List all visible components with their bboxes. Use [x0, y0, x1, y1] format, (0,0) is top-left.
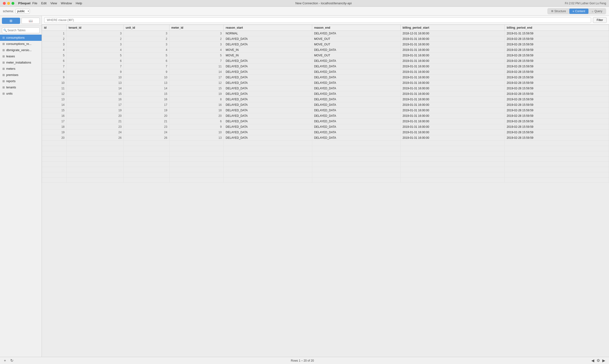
table-cell: 7	[169, 58, 223, 64]
table-cell: 19	[123, 108, 169, 113]
table-item-consumptions[interactable]: ⊞ consumptions	[0, 35, 41, 41]
table-cell: 9	[42, 75, 67, 80]
refresh-button[interactable]: ↻	[9, 358, 14, 363]
menu-file[interactable]: File	[32, 1, 37, 5]
table-row[interactable]: 15191918DELAYED_DATADELAYED_DATA2019-01-…	[42, 108, 609, 113]
empty-row	[42, 172, 609, 177]
table-row[interactable]: 1316168DELAYED_DATADELAYED_DATA2019-01-3…	[42, 97, 609, 102]
settings-icon[interactable]: ⚙	[596, 358, 600, 363]
table-row[interactable]: 12151519DELAYED_DATADELAYED_DATA2019-01-…	[42, 91, 609, 97]
table-cell: 20	[67, 113, 124, 119]
table-cell: 2019-01-31 16:00:00	[401, 80, 505, 86]
table-item-label: tenants	[6, 86, 16, 89]
table-row[interactable]: 16202020DELAYED_DATADELAYED_DATA2019-01-…	[42, 113, 609, 119]
table-cell: 14	[67, 86, 124, 91]
table-item-reports[interactable]: ⊞ reports	[0, 78, 41, 84]
toolbar: schema: public ▾ ⊞ Structure ≡ Content ⌕…	[0, 7, 609, 16]
prev-page-button[interactable]: ◀	[590, 358, 595, 363]
table-row[interactable]: 2222DELAYED_DATAMOVE_OUT2019-01-31 16:00…	[42, 36, 609, 42]
next-page-button[interactable]: ▶	[601, 358, 606, 363]
table-row[interactable]: 11141415DELAYED_DATADELAYED_DATA2019-01-…	[42, 86, 609, 91]
table-item-units[interactable]: ⊞ units	[0, 91, 41, 97]
tab-content[interactable]: ≡ Content	[569, 9, 588, 14]
table-item-label: leases	[6, 55, 15, 58]
table-item-label: units	[6, 92, 13, 95]
table-cell: 2019-01-31 16:00:00	[401, 113, 505, 119]
table-row[interactable]: 6667DELAYED_DATADELAYED_DATA2019-01-31 1…	[42, 58, 609, 64]
table-item-tenants[interactable]: ⊞ tenants	[0, 84, 41, 91]
table-item-meters[interactable]: ⊞ meters	[0, 66, 41, 72]
table-cell: 19	[169, 91, 223, 97]
add-row-button[interactable]: +	[3, 358, 7, 363]
table-cell: DELAYED_DATA	[224, 42, 312, 47]
menu-edit[interactable]: Edit	[41, 1, 46, 5]
table-row[interactable]: 9101017DELAYED_DATADELAYED_DATA2019-01-3…	[42, 75, 609, 80]
table-cell: 2019-01-31 16:00:00	[401, 58, 505, 64]
menu-help[interactable]: Help	[76, 1, 82, 5]
table-cell: 2019-02-28 15:59:59	[505, 108, 609, 113]
menu-view[interactable]: View	[50, 1, 57, 5]
table-grid-icon: ⊞	[2, 79, 5, 83]
table-item-premises[interactable]: ⊞ premises	[0, 72, 41, 78]
tab-query[interactable]: ⌕ Query	[588, 9, 606, 14]
table-cell: MOVE_IN	[224, 47, 312, 53]
table-item-consumptions-re[interactable]: ⊞ consumptions_re...	[0, 41, 41, 47]
filter-button[interactable]: Filter	[593, 17, 607, 23]
book-view-button[interactable]: 📖	[22, 18, 40, 24]
table-row[interactable]: 1823239DELAYED_DATADELAYED_DATA2019-01-3…	[42, 124, 609, 130]
table-cell: 21	[67, 119, 124, 124]
table-item-label: consumptions	[6, 36, 25, 39]
table-cell: NORMAL	[224, 31, 312, 36]
maximize-button[interactable]	[12, 2, 14, 5]
table-cell: 5	[42, 53, 67, 58]
minimize-button[interactable]	[7, 2, 10, 5]
table-cell: 24	[123, 130, 169, 135]
table-row[interactable]: 19242410DELAYED_DATADELAYED_DATA2019-01-…	[42, 130, 609, 135]
table-row[interactable]: 89914DELAYED_DATADELAYED_DATA2019-01-31 …	[42, 69, 609, 75]
close-button[interactable]	[3, 2, 6, 5]
table-row[interactable]: 20262613DELAYED_DATADELAYED_DATA2019-01-…	[42, 135, 609, 141]
tab-structure[interactable]: ⊞ Structure	[548, 9, 569, 14]
table-cell: 16	[67, 97, 124, 102]
table-item-label: meter_installations	[6, 61, 31, 64]
traffic-lights	[3, 2, 14, 5]
table-cell: 2019-02-28 15:59:59	[505, 58, 609, 64]
table-row[interactable]: 3333DELAYED_DATAMOVE_OUT2019-01-31 16:00…	[42, 42, 609, 47]
table-cell: 4	[169, 47, 223, 53]
table-cell: 17	[42, 119, 67, 124]
table-item-leases[interactable]: ⊞ leases	[0, 53, 41, 59]
table-row[interactable]: 14171716DELAYED_DATADELAYED_DATA2019-01-…	[42, 102, 609, 108]
search-input[interactable]	[2, 27, 40, 33]
menu-window[interactable]: Window	[61, 1, 72, 5]
table-item-meter-installations[interactable]: ⊞ meter_installations	[0, 59, 41, 66]
table-cell: 3	[123, 42, 169, 47]
table-cell: 9	[123, 69, 169, 75]
table-cell: 2019-01-31 16:00:00	[401, 36, 505, 42]
table-row[interactable]: 77711DELAYED_DATADELAYED_DATA2019-01-31 …	[42, 64, 609, 69]
table-cell: DELAYED_DATA	[312, 124, 401, 130]
empty-row	[42, 146, 609, 151]
table-cell: MOVE_OUT	[312, 42, 401, 47]
table-cell: 3	[169, 42, 223, 47]
table-row[interactable]: 4444MOVE_INDELAYED_DATA2019-01-31 16:00:…	[42, 47, 609, 53]
table-cell: 10	[42, 80, 67, 86]
schema-select[interactable]: public	[15, 9, 30, 14]
col-billing-period-start: billing_period_start	[401, 25, 505, 31]
table-item-dbmigrate[interactable]: ⊞ dbmigrate_versio...	[0, 47, 41, 53]
grid-view-button[interactable]: ⊞	[2, 18, 20, 24]
table-cell: 3	[67, 31, 124, 36]
table-row[interactable]: 1333NORMALDELAYED_DATA2018-12-31 16:00:0…	[42, 31, 609, 36]
table-cell: 2019-02-28 15:59:59	[505, 53, 609, 58]
col-reason-start: reason_start	[224, 25, 312, 31]
table-row[interactable]: 5555MOVE_INMOVE_OUT2019-01-31 16:00:0020…	[42, 53, 609, 58]
where-input[interactable]	[44, 17, 591, 23]
table-cell: 2019-01-31 16:00:00	[401, 86, 505, 91]
col-meter-id: meter_id	[169, 25, 223, 31]
table-cell: 21	[123, 119, 169, 124]
table-cell: 17	[123, 102, 169, 108]
table-row[interactable]: 10131312DELAYED_DATADELAYED_DATA2019-01-…	[42, 80, 609, 86]
table-cell: 11	[169, 64, 223, 69]
table-cell: 2019-02-28 15:59:59	[505, 130, 609, 135]
table-row[interactable]: 1721216DELAYED_DATADELAYED_DATA2019-01-3…	[42, 119, 609, 124]
table-grid-icon: ⊞	[2, 73, 5, 77]
